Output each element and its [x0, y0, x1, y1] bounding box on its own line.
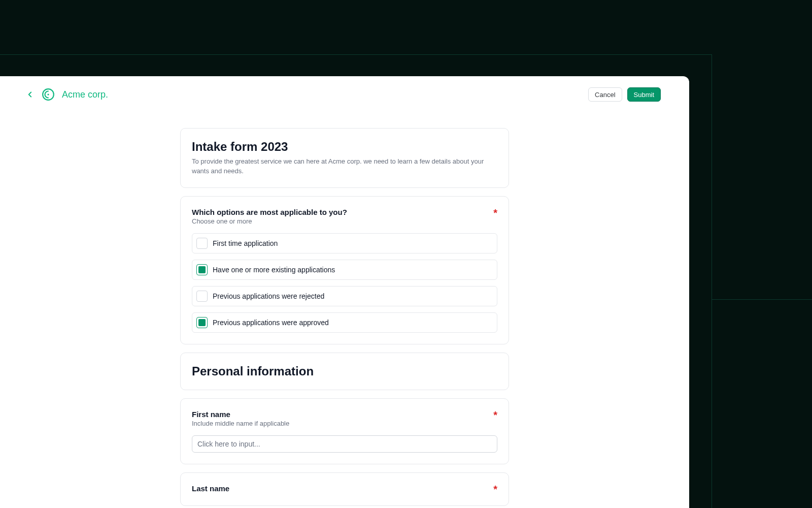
first-name-input[interactable] — [192, 435, 497, 453]
option-label: Have one or more existing applications — [213, 266, 335, 274]
required-indicator-icon: * — [493, 484, 497, 494]
required-indicator-icon: * — [493, 208, 497, 218]
question-card-last-name: Last name * — [180, 472, 509, 506]
bg-decorative-line — [712, 299, 812, 300]
question-title: Which options are most applicable to you… — [192, 208, 487, 216]
question-title: First name — [192, 410, 487, 419]
header-right: Cancel Submit — [588, 87, 661, 102]
option-label: Previous applications were rejected — [213, 292, 324, 300]
option-label: First time application — [213, 239, 278, 247]
option-list: First time application Have one or more … — [192, 233, 497, 333]
section-card-personal: Personal information — [180, 353, 509, 390]
checkbox-option[interactable]: Have one or more existing applications — [192, 260, 497, 280]
bg-decorative-line — [712, 54, 712, 508]
brand-name[interactable]: Acme corp. — [62, 89, 108, 100]
question-card-first-name: First name Include middle name if applic… — [180, 398, 509, 464]
checkbox-option[interactable]: Previous applications were approved — [192, 312, 497, 333]
required-indicator-icon: * — [493, 410, 497, 420]
svg-point-1 — [47, 93, 49, 95]
intro-card: Intake form 2023 To provide the greatest… — [180, 128, 509, 188]
app-header: Acme corp. Cancel Submit — [0, 76, 689, 113]
question-card-options: Which options are most applicable to you… — [180, 196, 509, 344]
bg-decorative-line — [0, 54, 712, 55]
option-label: Previous applications were approved — [213, 319, 329, 327]
cancel-button[interactable]: Cancel — [588, 87, 622, 102]
header-left: Acme corp. — [25, 88, 108, 101]
form-description: To provide the greatest service we can h… — [192, 157, 497, 176]
question-helper: Include middle name if applicable — [192, 420, 487, 427]
section-title: Personal information — [192, 364, 497, 378]
checkbox-icon — [196, 264, 208, 275]
question-helper: Choose one or more — [192, 217, 487, 225]
form-scroll-area[interactable]: Intake form 2023 To provide the greatest… — [0, 113, 689, 508]
form-title: Intake form 2023 — [192, 140, 497, 154]
app-window: Acme corp. Cancel Submit Intake form 202… — [0, 76, 689, 508]
brand-logo-icon — [42, 88, 55, 101]
question-title: Last name — [192, 484, 487, 493]
back-icon[interactable] — [25, 90, 35, 99]
checkbox-option[interactable]: First time application — [192, 233, 497, 253]
checkbox-icon — [196, 291, 208, 302]
checkbox-option[interactable]: Previous applications were rejected — [192, 286, 497, 306]
checkbox-icon — [196, 317, 208, 328]
submit-button[interactable]: Submit — [627, 87, 661, 102]
checkbox-icon — [196, 238, 208, 249]
